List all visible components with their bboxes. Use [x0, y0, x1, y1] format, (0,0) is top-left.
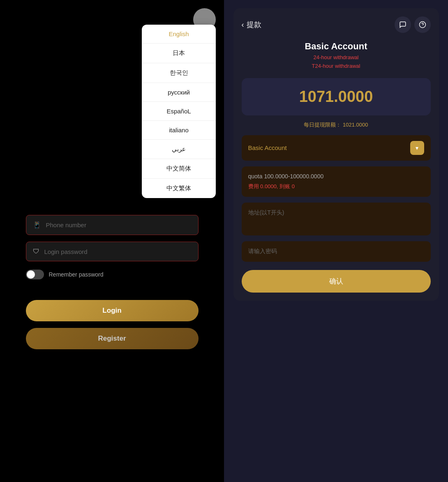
phone-icon: 📱: [33, 221, 41, 229]
password-placeholder-right: 请输入密码: [248, 248, 424, 255]
fee-text: 费用 0.0000, 到账 0: [248, 183, 424, 190]
daily-limit-label: 每日提现限额：: [304, 122, 341, 128]
remember-toggle[interactable]: [26, 270, 44, 279]
confirm-button[interactable]: 确认: [242, 270, 431, 293]
password-input[interactable]: [44, 248, 192, 255]
lang-japanese[interactable]: 日本: [142, 44, 216, 63]
account-select-row[interactable]: Basic Account ▾: [242, 135, 431, 161]
card-subtitle: 24-hour withdrawal T24-hour withdrawal: [242, 53, 431, 71]
right-inner: ‹ 提款 Basic Account: [233, 8, 439, 301]
lang-english[interactable]: English: [142, 25, 216, 44]
chat-icon-button[interactable]: [395, 16, 411, 33]
daily-limit: 每日提现限额： 1021.0000: [242, 121, 431, 129]
language-dropdown: English 日本 한국인 русский EspañoL italiano …: [142, 25, 216, 198]
phone-input[interactable]: [46, 221, 192, 228]
top-bar: ‹ 提款: [242, 16, 431, 33]
back-button[interactable]: ‹ 提款: [242, 20, 261, 30]
password-box[interactable]: 请输入密码: [242, 241, 431, 262]
quota-box: quota 100.0000-100000.0000 费用 0.0000, 到账…: [242, 166, 431, 197]
register-button[interactable]: Register: [26, 328, 199, 349]
account-select-label: Basic Account: [248, 144, 410, 151]
quota-text: quota 100.0000-100000.0000: [248, 173, 424, 180]
lang-italian[interactable]: italiano: [142, 121, 216, 140]
right-panel: ‹ 提款 Basic Account: [224, 0, 448, 482]
login-form: 📱 🛡 Remember password Login Register: [26, 215, 199, 349]
lang-korean[interactable]: 한국인: [142, 63, 216, 83]
chevron-down-icon: ▾: [410, 141, 424, 155]
address-placeholder: 地址(以T开头): [248, 209, 424, 217]
subtitle-line2: T24-hour withdrawal: [312, 63, 360, 69]
lang-chinese-traditional[interactable]: 中文繁体: [142, 179, 216, 198]
card-title-area: Basic Account 24-hour withdrawal T24-hou…: [242, 41, 431, 71]
lang-russian[interactable]: русский: [142, 83, 216, 102]
remember-label: Remember password: [49, 271, 104, 278]
phone-input-row: 📱: [26, 215, 199, 235]
login-button[interactable]: Login: [26, 300, 199, 321]
left-panel: English 日本 한국인 русский EspañoL italiano …: [0, 0, 224, 482]
address-box[interactable]: 地址(以T开头): [242, 203, 431, 235]
amount-display: 1071.0000: [242, 78, 431, 115]
lang-spanish[interactable]: EspañoL: [142, 102, 216, 121]
subtitle-line1: 24-hour withdrawal: [314, 54, 359, 60]
amount-value: 1071.0000: [252, 88, 421, 106]
lang-arabic[interactable]: عربي: [142, 140, 216, 159]
top-icons: [395, 16, 431, 33]
lang-chinese-simplified[interactable]: 中文简体: [142, 159, 216, 179]
page-title: 提款: [247, 20, 261, 30]
card-title: Basic Account: [242, 41, 431, 52]
remember-row: Remember password: [26, 268, 199, 281]
password-input-row: 🛡: [26, 242, 199, 261]
lock-icon: 🛡: [33, 248, 39, 255]
daily-limit-value: 1021.0000: [343, 122, 368, 128]
back-arrow-icon: ‹: [242, 21, 244, 29]
support-icon-button[interactable]: [414, 16, 431, 33]
